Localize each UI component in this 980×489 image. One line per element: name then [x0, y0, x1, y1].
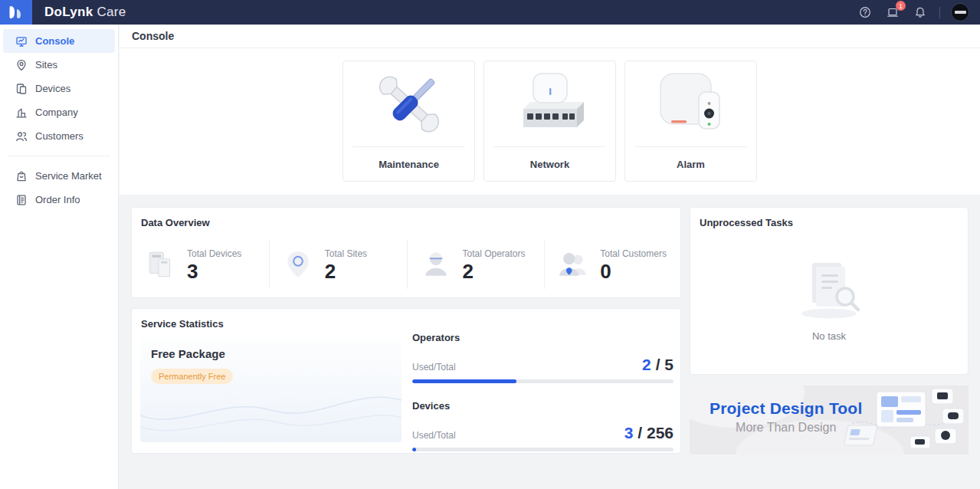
sidebar-item-sites[interactable]: Sites: [3, 53, 115, 77]
page-title-bar: Console: [120, 25, 980, 48]
operators-progress-fill: [412, 379, 516, 383]
banner-title: Project Design Tool: [710, 399, 862, 418]
brand-logo[interactable]: [0, 0, 32, 25]
sidebar-item-label: Order Info: [35, 194, 80, 205]
data-overview-panel: Data Overview Total Devices 3 Total Site…: [131, 207, 681, 298]
devices-meter: Devices Used/Total 3 / 256: [412, 400, 674, 451]
separator: /: [637, 424, 642, 441]
order-info-icon: [15, 194, 28, 206]
quick-cards-band: Maintenance Network: [120, 48, 980, 195]
operators-meter: Operators Used/Total 2 / 5: [412, 332, 674, 383]
network-illustration: [484, 61, 615, 146]
network-card[interactable]: Network: [483, 61, 616, 182]
brand-name: DoLynkCare: [44, 5, 126, 20]
sidebar-item-company[interactable]: Company: [3, 100, 115, 124]
separator: /: [656, 356, 660, 373]
customers-icon: [15, 130, 28, 143]
stat-total-customers: Total Customers 0: [544, 240, 682, 289]
stat-total-operators: Total Operators 2: [407, 240, 545, 289]
used-total-label: Used/Total: [412, 362, 456, 372]
stat-value: 0: [600, 261, 667, 281]
network-card-label: Network: [493, 146, 606, 181]
stat-label: Total Operators: [463, 248, 526, 259]
used-value: 2: [642, 356, 651, 373]
permanently-free-badge: Permanently Free: [151, 369, 233, 384]
sidebar-item-label: Devices: [35, 83, 70, 94]
stat-value: 2: [463, 261, 526, 281]
sidebar-item-order-info[interactable]: Order Info: [3, 188, 115, 212]
sidebar-item-customers[interactable]: Customers: [3, 124, 115, 148]
sidebar-divider: [8, 156, 110, 156]
header-divider: [939, 7, 940, 18]
unprocessed-tasks-panel: Unprocessed Tasks No task: [690, 207, 969, 375]
user-avatar[interactable]: [951, 3, 969, 21]
bell-icon[interactable]: [912, 4, 929, 21]
data-overview-title: Data Overview: [141, 217, 210, 228]
total-sites-icon: [282, 248, 314, 281]
alarm-card[interactable]: Alarm: [624, 61, 757, 182]
devices-progress-fill: [412, 448, 416, 451]
page-title: Console: [132, 30, 174, 42]
service-statistics-title: Service Statistics: [141, 318, 224, 330]
no-task-text: No task: [812, 330, 846, 342]
app-header: DoLynkCare 1: [0, 0, 980, 25]
sidebar-item-label: Service Market: [35, 170, 102, 182]
avatar-logo: [955, 11, 966, 14]
sidebar-item-console[interactable]: Console: [3, 29, 115, 53]
total-value: 256: [647, 424, 674, 441]
meter-values: 2 / 5: [642, 356, 674, 374]
stat-value: 3: [187, 261, 241, 281]
unprocessed-tasks-title: Unprocessed Tasks: [700, 217, 793, 228]
devices-progress-track: [412, 448, 674, 451]
service-market-icon: [15, 170, 28, 182]
sidebar-item-label: Console: [35, 35, 74, 47]
brand-bold: DoLynk: [44, 5, 93, 19]
stat-total-devices: Total Devices 3: [132, 240, 269, 289]
sidebar: Console Sites Devices Company: [0, 25, 119, 489]
used-value: 3: [624, 424, 634, 441]
no-task-icon: [783, 254, 875, 323]
sidebar-item-devices[interactable]: Devices: [3, 77, 115, 100]
service-statistics-panel: Service Statistics Free Package Permanen…: [131, 308, 681, 454]
dolynk-logo-icon: [8, 4, 25, 21]
stat-value: 2: [325, 261, 367, 281]
console-icon: [15, 35, 28, 48]
meter-name: Devices: [412, 400, 674, 412]
sidebar-item-label: Customers: [35, 130, 84, 142]
stat-label: Total Devices: [187, 248, 241, 259]
sidebar-item-label: Company: [35, 107, 78, 118]
company-icon: [15, 107, 28, 119]
total-customers-icon: [557, 248, 589, 281]
total-devices-icon: [144, 248, 176, 281]
devices-icon: [15, 83, 28, 95]
stat-total-sites: Total Sites 2: [269, 240, 407, 289]
stat-label: Total Sites: [325, 248, 367, 259]
meter-name: Operators: [412, 332, 674, 343]
sidebar-item-service-market[interactable]: Service Market: [3, 164, 115, 188]
total-operators-icon: [420, 248, 452, 281]
alarm-illustration: [625, 61, 756, 146]
free-package-card: Free Package Permanently Free: [140, 338, 402, 442]
alarm-card-label: Alarm: [634, 146, 747, 181]
stats-row: Total Devices 3 Total Sites 2 Total Op: [132, 240, 682, 289]
maintenance-card[interactable]: Maintenance: [343, 61, 475, 182]
sidebar-item-label: Sites: [35, 59, 57, 71]
help-icon[interactable]: [857, 4, 873, 21]
total-value: 5: [664, 356, 674, 373]
empty-state: No task: [690, 254, 968, 342]
meters: Operators Used/Total 2 / 5 Devices Used/…: [412, 332, 674, 468]
notification-badge: 1: [896, 1, 906, 11]
stat-label: Total Customers: [600, 248, 667, 259]
maintenance-illustration: [343, 61, 474, 146]
free-package-name: Free Package: [151, 347, 225, 360]
operators-progress-track: [412, 379, 674, 383]
sites-icon: [15, 59, 28, 71]
banner-subtitle: More Than Design: [710, 421, 862, 435]
promo-banner[interactable]: Project Design Tool More Than Design: [690, 386, 969, 455]
message-icon[interactable]: 1: [884, 4, 901, 21]
brand-light: Care: [97, 5, 126, 19]
used-total-label: Used/Total: [412, 430, 456, 441]
maintenance-card-label: Maintenance: [352, 146, 465, 181]
meter-values: 3 / 256: [624, 424, 674, 442]
